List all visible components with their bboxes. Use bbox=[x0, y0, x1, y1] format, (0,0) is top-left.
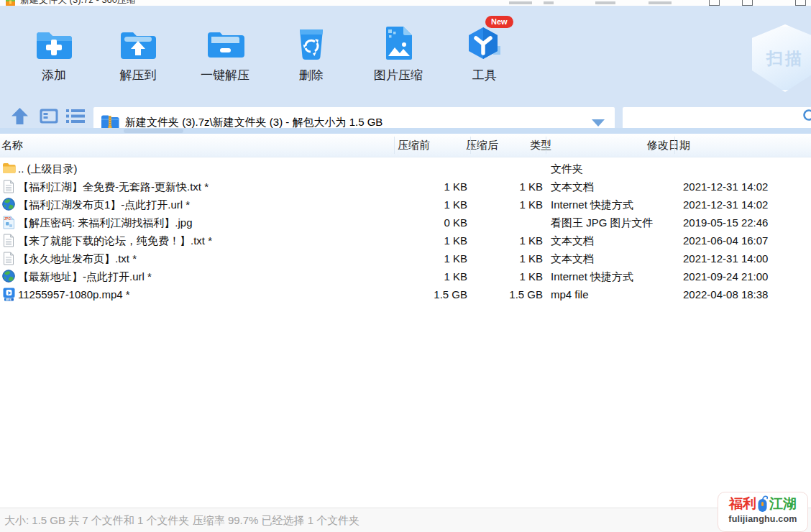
file-type: mp4 file bbox=[551, 285, 589, 303]
size-before: 1.5 GB bbox=[374, 285, 467, 303]
toolbar-button-label: 工具 bbox=[445, 67, 524, 83]
onekey-extract-icon bbox=[185, 22, 265, 62]
file-type: 文本文档 bbox=[551, 249, 594, 267]
svg-text:JPG: JPG bbox=[4, 216, 12, 220]
toolbar-button-4[interactable]: 删除 bbox=[272, 22, 351, 83]
image-compress-icon bbox=[359, 22, 438, 62]
column-header-before[interactable]: 压缩前 bbox=[398, 134, 430, 157]
toolbar-button-6[interactable]: 工具New bbox=[445, 22, 524, 83]
size-before: 1 KB bbox=[374, 231, 467, 249]
file-row[interactable]: 【来了就能下载的论坛，纯免费！】.txt *1 KB1 KB文本文档2021-0… bbox=[0, 231, 811, 249]
file-date: 2021-12-31 14:02 bbox=[683, 178, 768, 196]
file-row[interactable]: .. (上级目录)文件夹 bbox=[0, 160, 811, 178]
mp4-icon: MP4 bbox=[1, 287, 16, 301]
size-after: 1 KB bbox=[475, 231, 543, 249]
window-control-button[interactable] bbox=[795, 0, 806, 6]
toolbar-button-1[interactable]: 添加 bbox=[14, 22, 93, 83]
column-separator bbox=[674, 137, 675, 154]
txt-icon bbox=[1, 179, 16, 193]
menu-fragment bbox=[544, 1, 554, 4]
txt-icon bbox=[1, 233, 16, 247]
toolbar-button-3[interactable]: 一键解压 bbox=[185, 22, 265, 83]
site-watermark-logo: 福利 江湖 fulijianghu.com bbox=[718, 492, 808, 532]
file-row[interactable]: JPG【解压密码: 来福利江湖找福利】.jpg0 KB看图王 JPG 图片文件2… bbox=[0, 214, 811, 231]
up-level-icon[interactable] bbox=[10, 106, 29, 129]
size-before: 1 KB bbox=[374, 196, 467, 214]
status-bar: 大小: 1.5 GB 共 7 个文件和 1 个文件夹 压缩率 99.7% 已经选… bbox=[0, 508, 811, 532]
size-before: 1 KB bbox=[374, 178, 467, 196]
file-name: 【来了就能下载的论坛，纯免费！】.txt * bbox=[18, 231, 212, 249]
window-control-button[interactable] bbox=[742, 0, 753, 6]
file-date: 2022-04-08 18:38 bbox=[683, 285, 768, 303]
logo-text-right: 江湖 bbox=[769, 495, 797, 513]
column-header-row: 名称 压缩前 压缩后 类型 修改日期 bbox=[0, 134, 811, 157]
scrollbar-thumb[interactable] bbox=[124, 129, 183, 133]
size-before: 0 KB bbox=[374, 214, 467, 231]
search-icon[interactable] bbox=[802, 109, 811, 127]
file-name: .. (上级目录) bbox=[18, 160, 78, 178]
status-text: 大小: 1.5 GB 共 7 个文件和 1 个文件夹 压缩率 99.7% 已经选… bbox=[4, 508, 359, 532]
file-row[interactable]: 【福利江湖发布页1】-点此打开.url *1 KB1 KBInternet 快捷… bbox=[0, 196, 811, 214]
file-type: Internet 快捷方式 bbox=[551, 267, 633, 285]
file-name: 11255957-1080p.mp4 * bbox=[18, 285, 130, 303]
file-name: 【最新地址】-点此打开.url * bbox=[18, 267, 152, 285]
tools-icon bbox=[445, 22, 524, 62]
svg-text:MP4: MP4 bbox=[6, 298, 11, 301]
window-control-button[interactable] bbox=[709, 0, 720, 6]
delete-icon bbox=[272, 22, 351, 62]
column-header-type[interactable]: 类型 bbox=[530, 134, 551, 157]
column-separator bbox=[394, 137, 395, 154]
app-icon bbox=[6, 0, 15, 6]
toolbar-button-label: 图片压缩 bbox=[359, 67, 438, 83]
file-row[interactable]: 【福利江湖】全免费-无套路-更新快.txt *1 KB1 KB文本文档2021-… bbox=[0, 178, 811, 196]
toolbar-button-label: 解压到 bbox=[98, 67, 178, 83]
file-row[interactable]: MP411255957-1080p.mp4 *1.5 GB1.5 GBmp4 f… bbox=[0, 285, 811, 303]
toolbar-button-label: 一键解压 bbox=[185, 67, 265, 83]
new-badge: New bbox=[485, 16, 513, 28]
size-before: 1 KB bbox=[374, 267, 467, 285]
url-icon bbox=[1, 269, 16, 283]
column-header-date[interactable]: 修改日期 bbox=[647, 134, 690, 157]
size-before: 1 KB bbox=[374, 249, 467, 267]
file-date: 2021-09-24 21:00 bbox=[683, 267, 768, 285]
column-separator bbox=[470, 137, 471, 154]
mouse-icon bbox=[757, 495, 769, 513]
url-icon bbox=[1, 197, 16, 211]
scan-label: 扫描 bbox=[749, 47, 811, 70]
extract-folder-icon bbox=[98, 22, 178, 62]
file-name: 【解压密码: 来福利江湖找福利】.jpg bbox=[18, 214, 193, 231]
size-after: 1 KB bbox=[475, 249, 543, 267]
window-title: 新建文件夹 (3).7z - 360压缩 bbox=[20, 0, 136, 6]
toolbar-button-2[interactable]: 解压到 bbox=[98, 22, 178, 83]
file-name: 【福利江湖发布页1】-点此打开.url * bbox=[18, 196, 190, 214]
scan-shield-button[interactable]: 扫描 bbox=[749, 24, 811, 92]
file-name: 【福利江湖】全免费-无套路-更新快.txt * bbox=[18, 178, 209, 196]
add-folder-icon bbox=[14, 22, 93, 62]
size-after: 1.5 GB bbox=[475, 285, 543, 303]
file-date: 2019-05-15 22:46 bbox=[683, 214, 768, 231]
preview-view-icon[interactable] bbox=[39, 108, 59, 127]
size-after: 1 KB bbox=[475, 267, 543, 285]
column-header-name[interactable]: 名称 bbox=[1, 134, 23, 157]
menu-fragment bbox=[509, 1, 532, 4]
toolbar-button-5[interactable]: 图片压缩 bbox=[359, 22, 438, 83]
file-date: 2021-12-31 14:02 bbox=[683, 196, 768, 214]
size-after: 1 KB bbox=[475, 178, 543, 196]
column-separator bbox=[546, 137, 546, 154]
file-list: .. (上级目录)文件夹【福利江湖】全免费-无套路-更新快.txt *1 KB1… bbox=[0, 160, 811, 505]
file-name: 【永久地址发布页】.txt * bbox=[18, 249, 137, 267]
menu-fragment bbox=[649, 1, 672, 4]
list-view-icon[interactable] bbox=[66, 109, 85, 127]
toolbar-button-label: 删除 bbox=[272, 67, 351, 83]
file-row[interactable]: 【最新地址】-点此打开.url *1 KB1 KBInternet 快捷方式20… bbox=[0, 267, 811, 285]
file-type: 文本文档 bbox=[551, 231, 594, 249]
file-date: 2021-06-04 16:07 bbox=[683, 231, 768, 249]
titlebar: 新建文件夹 (3).7z - 360压缩 bbox=[0, 0, 811, 6]
column-scroll-strip bbox=[0, 128, 811, 134]
file-date: 2021-12-31 14:00 bbox=[683, 249, 768, 267]
file-row[interactable]: 【永久地址发布页】.txt *1 KB1 KB文本文档2021-12-31 14… bbox=[0, 249, 811, 267]
address-dropdown-icon[interactable] bbox=[592, 119, 605, 127]
logo-text-left: 福利 bbox=[729, 495, 756, 513]
file-type: 看图王 JPG 图片文件 bbox=[551, 214, 654, 231]
file-type: Internet 快捷方式 bbox=[551, 196, 633, 214]
